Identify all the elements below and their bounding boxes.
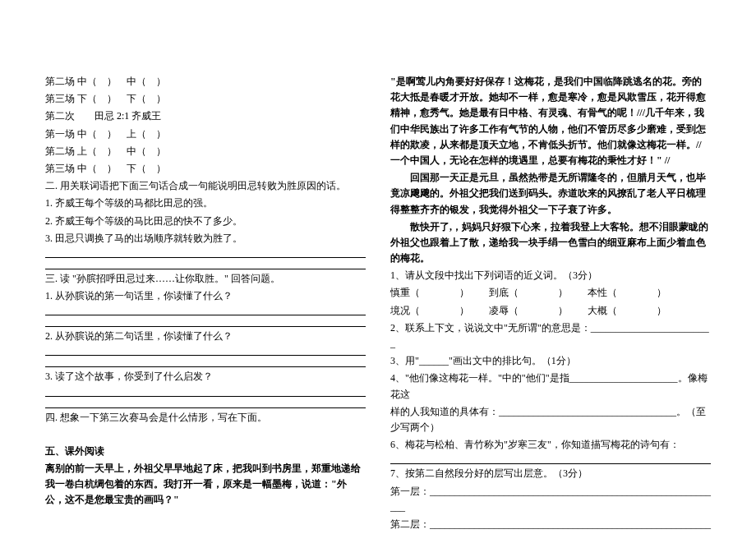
passage-p2: 回国那一天正是元旦，虽然热带是无所谓隆冬的，但腊月天气，也毕竟凉飕飕的。外祖父把… bbox=[390, 170, 711, 218]
answer-line bbox=[45, 317, 366, 329]
answer-line bbox=[45, 346, 366, 357]
rq1-row: 慎重（ ） 到底（ ） 本性（ ） bbox=[390, 285, 711, 301]
q3: 3. 读了这个故事，你受到了什么启发？ bbox=[45, 369, 366, 384]
passage-p3: 散快开了,，妈妈只好狠下心来，拉着我登上大客轮。想不泪眼蒙眬的外祖父也跟着上了散… bbox=[390, 219, 711, 267]
section5-title: 五、课外阅读 bbox=[45, 444, 366, 459]
line: 第二次 田忌 2:1 齐威王 bbox=[45, 108, 366, 124]
page-root: 第二场 中（ ） 中（ ） 第三场 下（ ） 下（ ） 第二次 田忌 2:1 齐… bbox=[0, 0, 756, 534]
answer-line bbox=[390, 454, 711, 466]
line: 第一场 中（ ） 上（ ） bbox=[45, 127, 366, 142]
spacer bbox=[45, 427, 366, 444]
section2-item: 3. 田忌只调换了马的出场顺序就转败为胜了。 bbox=[45, 231, 366, 246]
rq4a: 4、"他们像这梅花一样。"中的"他们"是指___________________… bbox=[390, 371, 711, 402]
answer-line bbox=[45, 248, 366, 260]
line: 第三场 下（ ） 下（ ） bbox=[45, 91, 366, 107]
rq7-title: 7、按第二自然段分好的层写出层意。（3分） bbox=[390, 466, 711, 481]
section4-title: 四. 想象一下第三次赛马会是什么情形，写在下面。 bbox=[45, 410, 366, 426]
rq1-title: 1、请从文段中找出下列词语的近义词。（3分） bbox=[390, 268, 711, 283]
rq7-l2: 第二层：____________________________________… bbox=[390, 517, 711, 534]
answer-line bbox=[45, 306, 366, 317]
rq4b: 样的人我知道的具体有：_____________________________… bbox=[390, 404, 711, 435]
answer-line bbox=[45, 387, 366, 398]
rq1-row: 境况（ ） 凌辱（ ） 大概（ ） bbox=[390, 303, 711, 319]
rq7-l1: 第一层：____________________________________… bbox=[390, 484, 711, 515]
section2-title: 二. 用关联词语把下面三句话合成一句能说明田忌转败为胜原因的话。 bbox=[45, 178, 366, 194]
passage-p1: "是啊莺儿内角要好好保存！这梅花，是我们中国临降跳逃名的花。旁的花大抵是春暖才开… bbox=[390, 74, 711, 168]
section3-title: 三. 读 "孙膑招呼田忌过来……让你取胜。" 回答问题。 bbox=[45, 271, 366, 287]
left-column: 第二场 中（ ） 中（ ） 第三场 下（ ） 下（ ） 第二次 田忌 2:1 齐… bbox=[45, 74, 366, 534]
section2-item: 1. 齐威王每个等级的马都比田忌的强。 bbox=[45, 196, 366, 211]
q1: 1. 从孙膑说的第一句话里，你读懂了什么？ bbox=[45, 288, 366, 304]
rq3: 3、用"______"画出文中的排比句。（1分） bbox=[390, 353, 711, 369]
answer-line bbox=[45, 260, 366, 271]
passage-text: 离别的前一天早上，外祖父早早地起了床，把我叫到书房里，郑重地递给我一卷白杭绸包着… bbox=[45, 461, 366, 509]
answer-line bbox=[45, 357, 366, 369]
line: 第二场 中（ ） 中（ ） bbox=[45, 74, 366, 90]
rq6: 6、梅花与松柏、青竹称为"岁寒三友"，你知道描写梅花的诗句有： bbox=[390, 437, 711, 453]
q2: 2. 从孙膑说的第二句话里，你读懂了什么？ bbox=[45, 329, 366, 344]
rq2: 2、联系上下文，说说文中"无所谓"的意思是：__________________… bbox=[390, 320, 711, 352]
section2-item: 2. 齐威王每个等级的马比田忌的快不了多少。 bbox=[45, 214, 366, 229]
line: 第三场 中（ ） 下（ ） bbox=[45, 161, 366, 177]
line: 第二场 上（ ） 中（ ） bbox=[45, 144, 366, 159]
right-column: "是啊莺儿内角要好好保存！这梅花，是我们中国临降跳逃名的花。旁的花大抵是春暖才开… bbox=[390, 74, 711, 534]
answer-line bbox=[45, 398, 366, 410]
